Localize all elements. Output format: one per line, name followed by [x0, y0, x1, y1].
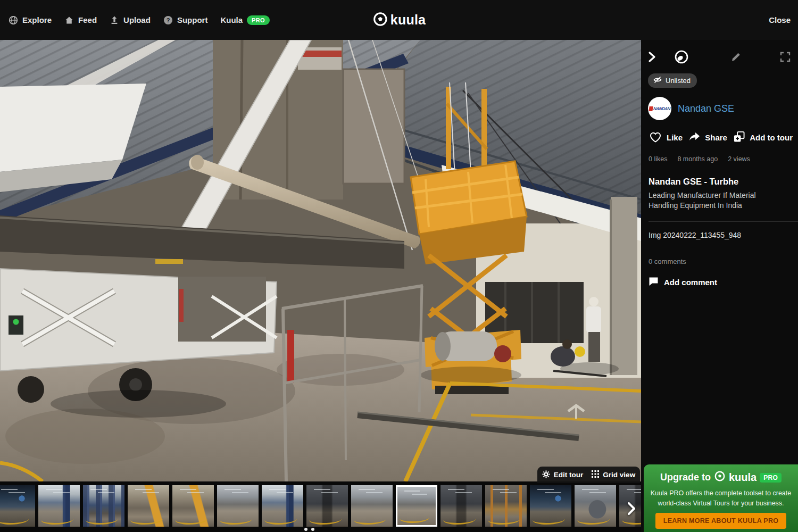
upgrade-heading: Upgrade to kuula PRO: [644, 470, 798, 485]
thumbnail[interactable]: [217, 485, 259, 527]
fullscreen-icon[interactable]: [780, 52, 791, 62]
upload-icon: [110, 15, 119, 25]
kuula-logo-icon-small: [714, 470, 726, 485]
nav-explore-label: Explore: [22, 15, 52, 24]
gear-icon: [542, 470, 550, 480]
edit-tour-label: Edit tour: [554, 471, 584, 479]
thumbnail[interactable]: [351, 485, 393, 527]
panorama-viewer[interactable]: [0, 40, 641, 481]
viewer-toolbar: Edit tour Grid view: [537, 467, 640, 483]
thumbnail-image: [128, 485, 169, 527]
thumbnail[interactable]: [530, 485, 571, 527]
thumbnail[interactable]: [0, 485, 35, 527]
comments-count: 0 comments: [641, 239, 798, 265]
nav-upload[interactable]: Upload: [110, 15, 151, 25]
add-to-tour-label: Add to tour: [750, 133, 793, 142]
kuula-logo[interactable]: kuula: [372, 11, 426, 29]
heart-icon: [649, 131, 662, 144]
nav-left-group: Explore Feed Upload ? Support Kuula PRO: [0, 15, 270, 25]
share-button[interactable]: Share: [688, 132, 727, 143]
nav-kuula-label: Kuula: [220, 15, 243, 24]
nav-kuula-pro[interactable]: Kuula PRO: [220, 15, 269, 25]
like-label: Like: [667, 133, 683, 142]
thumbnails-next-button[interactable]: [624, 499, 639, 518]
eye-off-icon: [653, 76, 662, 85]
author-name-link[interactable]: Nandan GSE: [678, 103, 734, 114]
nav-feed-label: Feed: [78, 15, 97, 24]
thumbnail[interactable]: [306, 485, 348, 527]
edit-tour-button[interactable]: Edit tour: [542, 470, 584, 480]
thumbnail-image: [262, 485, 303, 527]
collapse-panel-button[interactable]: [647, 51, 656, 63]
thumbnail-image: [38, 485, 80, 527]
panorama-image: [0, 40, 641, 481]
post-title: Nandan GSE - Turbhe: [641, 163, 798, 187]
kuula-app: Explore Feed Upload ? Support Kuula PRO …: [0, 0, 798, 532]
nav-support-label: Support: [177, 15, 208, 24]
details-sidebar: Unlisted NANDAN Nandan GSE Like Share Ad…: [641, 40, 798, 532]
like-button[interactable]: Like: [649, 131, 683, 144]
author-avatar-logo: NANDAN: [649, 106, 671, 111]
thumbnail-image: [172, 485, 214, 527]
thumbnail-image: [217, 485, 259, 527]
home-icon: [64, 15, 74, 25]
grid-view-button[interactable]: Grid view: [592, 470, 635, 479]
thumbnail[interactable]: [440, 485, 482, 527]
thumbnail[interactable]: [262, 485, 303, 527]
edit-pencil-icon[interactable]: [730, 51, 742, 63]
close-button[interactable]: Close: [769, 15, 798, 24]
little-planet-view-icon[interactable]: [674, 49, 689, 64]
thumbnail-image: [485, 485, 527, 527]
comment-bubble-icon: [649, 277, 659, 288]
nav-explore[interactable]: Explore: [9, 15, 52, 25]
panorama-steel-roll-stand: [420, 330, 521, 384]
thumbnail-image: [530, 485, 571, 527]
svg-text:?: ?: [167, 17, 170, 23]
grid-icon: [592, 470, 599, 479]
upgrade-heading-prefix: Upgrade to: [660, 472, 711, 483]
visibility-badge[interactable]: Unlisted: [648, 73, 697, 88]
upgrade-pro-badge: PRO: [760, 473, 782, 483]
post-actions: Like Share Add to tour: [641, 120, 798, 144]
thumbnail[interactable]: [575, 485, 616, 527]
visibility-badge-label: Unlisted: [666, 77, 691, 85]
sidebar-icon-row: [641, 40, 798, 66]
likes-count: 0 likes: [649, 155, 667, 163]
add-comment-button[interactable]: Add comment: [641, 265, 798, 288]
kuula-logo-text: kuula: [390, 12, 426, 28]
thumbnail-strip: [0, 481, 641, 532]
nav-upload-label: Upload: [123, 15, 151, 24]
thumbnail[interactable]: [128, 485, 169, 527]
author-row: NANDAN Nandan GSE: [641, 88, 798, 120]
thumbnail[interactable]: [172, 485, 214, 527]
thumbnail[interactable]: [485, 485, 527, 527]
globe-icon: [9, 15, 18, 25]
help-icon: ?: [163, 15, 173, 25]
upgrade-brand: kuula: [729, 471, 757, 484]
upgrade-body-text: Kuula PRO offers the complete toolset to…: [644, 485, 798, 509]
thumbnail[interactable]: [83, 485, 124, 527]
image-filename: Img 20240222_113455_948: [641, 222, 798, 239]
views-count: 2 views: [728, 155, 750, 163]
strip-pagination-dots: [304, 528, 314, 531]
nav-support[interactable]: ? Support: [163, 15, 208, 25]
thumbnail-image: [397, 487, 436, 525]
add-to-tour-icon: [733, 131, 745, 144]
thumbnail-image: [306, 485, 348, 527]
nav-feed[interactable]: Feed: [64, 15, 97, 25]
author-avatar[interactable]: NANDAN: [648, 97, 671, 120]
thumbnail-image: [351, 485, 393, 527]
thumbnail[interactable]: [38, 485, 80, 527]
share-arrow-icon: [688, 132, 700, 143]
share-label: Share: [705, 133, 727, 142]
post-description: Leading Manufacturer If Material Handlin…: [641, 187, 798, 211]
thumbnail-selected[interactable]: [396, 485, 437, 527]
kuula-logo-icon: [372, 11, 388, 29]
thumbnail-image: [440, 485, 482, 527]
post-stats: 0 likes 8 months ago 2 views: [641, 144, 798, 163]
learn-more-button[interactable]: LEARN MORE ABOUT KUULA PRO: [655, 513, 787, 529]
pro-badge: PRO: [247, 15, 270, 25]
add-to-tour-button[interactable]: Add to tour: [733, 131, 793, 144]
upgrade-panel: Upgrade to kuula PRO Kuula PRO offers th…: [644, 464, 798, 532]
thumbnail-image: [575, 485, 616, 527]
